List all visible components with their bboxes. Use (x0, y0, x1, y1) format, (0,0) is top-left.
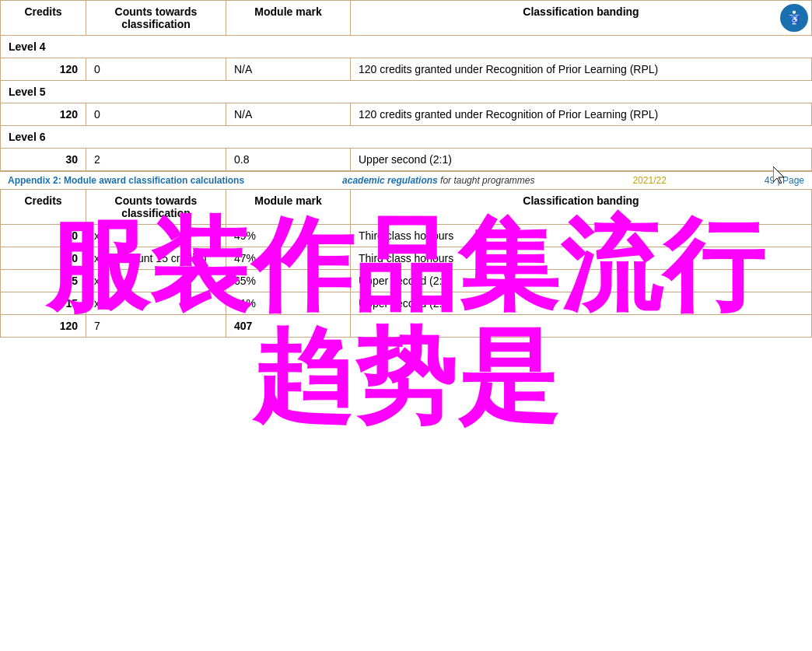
bottom-header-credits: Credits (1, 190, 86, 225)
bottom-row-4-module: 407 (226, 315, 351, 338)
svg-point-1 (793, 11, 796, 14)
footer-bar: Appendix 2: Module award classification … (0, 171, 812, 189)
bottom-row-3-credits: 15 (1, 292, 86, 315)
header-classification: Classification banding (351, 1, 812, 36)
accessibility-icon: ♿ (780, 4, 808, 32)
level6-classification: Upper second (2:1) (351, 149, 812, 171)
level5-counts: 0 (86, 103, 226, 126)
top-table: Credits Counts towards classification Mo… (0, 0, 812, 171)
footer-reg-bold: academic regulations (342, 175, 438, 186)
bottom-row-4-classification (351, 315, 812, 338)
level6-data-row: 30 2 0.8 Upper second (2:1) (1, 149, 812, 171)
bottom-table: Credits Counts towards classification Mo… (0, 189, 812, 338)
level4-module: N/A (226, 58, 351, 81)
bottom-row-1-module: 47% (226, 247, 351, 270)
watermark-line2: 趋势是 (0, 321, 812, 432)
level4-credits: 120 (1, 58, 86, 81)
level4-classification: 120 credits granted under Recognition of… (351, 58, 812, 81)
bottom-table-container: Credits Counts towards classification Mo… (0, 189, 812, 338)
bottom-table-row-2: 15x165%Upper second (2:1) (1, 270, 812, 292)
level5-credits: 120 (1, 103, 86, 126)
bottom-row-3-classification: Upper second (2:1) (351, 292, 812, 315)
header-counts: Counts towards classification (86, 1, 226, 36)
bottom-row-4-credits: 120 (1, 315, 86, 338)
footer-page-num: 49 (765, 175, 775, 186)
level4-label: Level 4 (1, 36, 812, 58)
level6-label: Level 6 (1, 126, 812, 149)
bottom-header-counts: Counts towards classification (86, 190, 226, 225)
bottom-table-row-0: 30x249%Third class honours (1, 225, 812, 247)
level6-module: 0.8 (226, 149, 351, 171)
level5-row: Level 5 (1, 81, 812, 103)
bottom-row-0-credits: 30 (1, 225, 86, 247)
svg-text:♿: ♿ (790, 15, 800, 24)
level4-data-row: 120 0 N/A 120 credits granted under Reco… (1, 58, 812, 81)
footer-year: 2021/22 (632, 175, 666, 186)
bottom-row-2-credits: 15 (1, 270, 86, 292)
bottom-row-0-classification: Third class honours (351, 225, 812, 247)
page-container: ♿ Credits Counts towards classification … (0, 0, 812, 338)
footer-page-label: | P (777, 175, 788, 186)
level6-row: Level 6 (1, 126, 812, 149)
bottom-header-module: Module mark (226, 190, 351, 225)
footer-page-area: 49 | Page (765, 175, 804, 186)
bottom-row-0-module: 49% (226, 225, 351, 247)
level5-label: Level 5 (1, 81, 812, 103)
bottom-row-2-counts: x1 (86, 270, 226, 292)
footer-regulations: academic regulations for taught programm… (342, 175, 534, 186)
header-credits: Credits (1, 1, 86, 36)
bottom-table-row-4: 1207407 (1, 315, 812, 338)
footer-reg-rest: for taught programmes (438, 175, 535, 186)
level5-data-row: 120 0 N/A 120 credits granted under Reco… (1, 103, 812, 126)
bottom-row-1-classification: Third class honours (351, 247, 812, 270)
bottom-row-3-counts: x1 (86, 292, 226, 315)
header-module: Module mark (226, 1, 351, 36)
footer-appendix: Appendix 2: Module award classification … (8, 175, 244, 186)
level5-classification: 120 credits granted under Recognition of… (351, 103, 812, 126)
level6-credits: 30 (1, 149, 86, 171)
bottom-row-1-counts: x1 (discount 15 credits) (86, 247, 226, 270)
level6-counts: 2 (86, 149, 226, 171)
top-table-header: Credits Counts towards classification Mo… (1, 1, 812, 36)
bottom-row-1-credits: 30 (1, 247, 86, 270)
footer-appendix-text: Appendix 2: Module award classification … (8, 175, 244, 186)
bottom-header-classification: Classification banding (351, 190, 812, 225)
footer-page-text: age (789, 175, 804, 186)
bottom-table-header: Credits Counts towards classification Mo… (1, 190, 812, 225)
bottom-row-2-classification: Upper second (2:1) (351, 270, 812, 292)
bottom-row-0-counts: x2 (86, 225, 226, 247)
bottom-table-row-1: 30x1 (discount 15 credits)47%Third class… (1, 247, 812, 270)
bottom-row-4-counts: 7 (86, 315, 226, 338)
level4-row: Level 4 (1, 36, 812, 58)
bottom-row-3-module: 61% (226, 292, 351, 315)
level4-counts: 0 (86, 58, 226, 81)
bottom-row-2-module: 65% (226, 270, 351, 292)
level5-module: N/A (226, 103, 351, 126)
bottom-table-row-3: 15x161%Upper second (2:1) (1, 292, 812, 315)
